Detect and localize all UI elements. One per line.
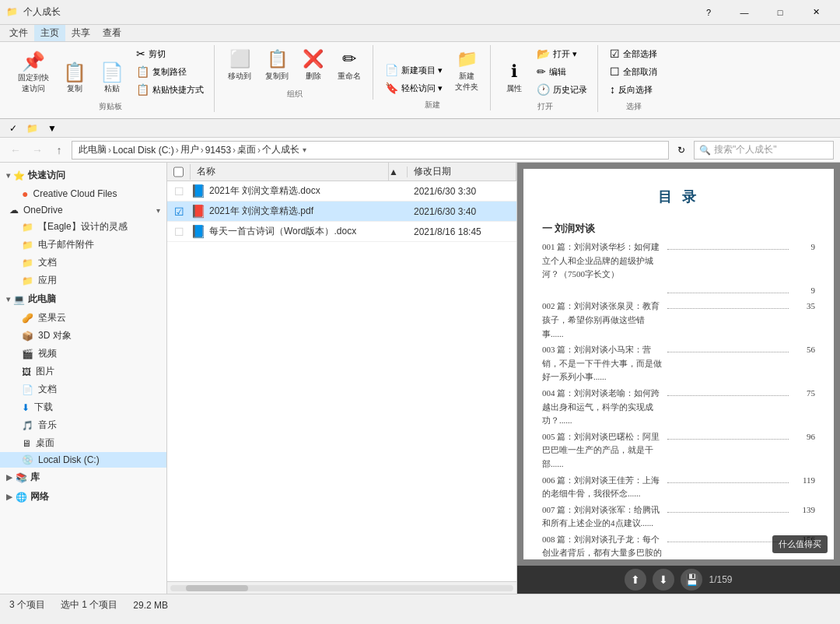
menu-file[interactable]: 文件 xyxy=(3,25,34,41)
horizontal-scrollbar[interactable] xyxy=(167,581,516,594)
sidebar-item-pictures[interactable]: 🖼 图片 xyxy=(0,363,166,380)
sidebar-item-local-disk[interactable]: 💿 Local Disk (C:) xyxy=(0,452,166,468)
deselect-all-button[interactable]: ☐ 全部取消 xyxy=(606,63,661,80)
this-pc-icon: 💻 xyxy=(13,294,25,305)
cut-button[interactable]: ✂ 剪切 xyxy=(132,45,208,62)
invert-select-label: 反向选择 xyxy=(618,84,653,96)
sidebar-item-creative-cloud[interactable]: ● Creative Cloud Files xyxy=(0,185,166,202)
new-small-buttons: 📄 新建项目 ▾ 🔖 轻松访问 ▾ xyxy=(381,61,446,96)
easy-access-button[interactable]: 🔖 轻松访问 ▾ xyxy=(381,79,446,96)
eagle-label: 【Eagle】设计的灵感 xyxy=(38,220,128,233)
help-button[interactable]: ? xyxy=(691,0,726,25)
qa-folder[interactable]: 📁 xyxy=(23,121,41,135)
quick-access-toolbar: ✓ 📁 ▼ xyxy=(0,119,840,138)
library-label: 库 xyxy=(30,471,40,484)
new-item-label: 新建项目 ▾ xyxy=(401,65,443,76)
sidebar-item-this-pc[interactable]: ▾ 💻 此电脑 xyxy=(0,289,166,309)
list-item: 001 篇：刘润对谈华杉：如何建立个人和企业品牌的超级护城河？（7500字长文）… xyxy=(542,240,815,282)
desktop-icon: 🖥 xyxy=(22,438,31,449)
main-content: ▾ ⭐ 快速访问 ● Creative Cloud Files ☁ OneDri… xyxy=(0,163,840,594)
select-all-icon: ☑ xyxy=(610,47,620,60)
menu-view[interactable]: 查看 xyxy=(96,25,128,41)
open-button[interactable]: 📂 打开 ▾ xyxy=(533,45,591,62)
new-folder-button[interactable]: 📁 新建文件夹 xyxy=(450,45,484,96)
sidebar-item-apps[interactable]: 📁 应用 xyxy=(0,272,166,289)
expand-arrow-quick-access: ▾ xyxy=(6,171,10,180)
pdf-content[interactable]: 目 录 一 刘润对谈 001 篇：刘润对谈华杉：如何建立个人和企业品牌的超级护城… xyxy=(523,169,834,559)
file-date-2: 2021/6/30 3:40 xyxy=(408,206,516,217)
copy-to-button[interactable]: 📋 复制到 xyxy=(260,45,294,86)
qa-dropdown[interactable]: ▼ xyxy=(44,121,60,135)
sidebar-item-network[interactable]: ▶ 🌐 网络 xyxy=(0,487,166,507)
edit-button[interactable]: ✏ 编辑 xyxy=(533,63,591,80)
file-checkbox-2[interactable]: ☑ xyxy=(167,205,191,218)
minimize-button[interactable]: — xyxy=(726,0,762,25)
local-disk-label: Local Disk (C:) xyxy=(38,454,100,465)
sidebar-item-3d[interactable]: 📦 3D 对象 xyxy=(0,327,166,345)
sidebar-item-video[interactable]: 🎬 视频 xyxy=(0,345,166,363)
sidebar-item-onedrive[interactable]: ☁ OneDrive ▾ xyxy=(0,202,166,218)
file-checkbox-1[interactable]: ☐ xyxy=(167,185,191,198)
table-row[interactable]: ☑ 📕 2021年 刘润文章精选.pdf 2021/6/30 3:40 xyxy=(167,202,516,222)
paste-button[interactable]: 📄 粘贴 xyxy=(95,59,129,98)
sidebar-item-downloads[interactable]: ⬇ 下载 xyxy=(0,398,166,416)
up-button[interactable]: ↑ xyxy=(50,141,68,160)
pdf-toolbar: ⬆ ⬇ 💾 1/159 xyxy=(517,566,840,594)
qa-checkmark[interactable]: ✓ xyxy=(6,121,20,135)
file-checkbox-3[interactable]: ☐ xyxy=(167,226,191,238)
sidebar-item-documents[interactable]: 📁 文档 xyxy=(0,254,166,272)
3d-label: 3D 对象 xyxy=(38,329,72,342)
col-header-date[interactable]: 修改日期 xyxy=(408,163,516,181)
sidebar-item-email-attachments[interactable]: 📁 电子邮件附件 xyxy=(0,236,166,254)
copy-path-button[interactable]: 📋 复制路径 xyxy=(132,63,208,80)
sidebar-item-docs[interactable]: 📄 文档 xyxy=(0,380,166,398)
close-button[interactable]: ✕ xyxy=(798,0,834,25)
select-all-button[interactable]: ☑ 全部选择 xyxy=(606,45,661,62)
maximize-button[interactable]: □ xyxy=(762,0,798,25)
sidebar-item-quick-access[interactable]: ▾ ⭐ 快速访问 xyxy=(0,166,166,185)
select-all-checkbox[interactable] xyxy=(173,167,184,177)
address-path[interactable]: 此电脑 › Local Disk (C:) › 用户 › 91453 › 桌面 … xyxy=(72,141,669,160)
library-icon: 📚 xyxy=(16,472,27,483)
table-row[interactable]: ☐ 📘 每天一首古诗词（Word版本）.docx 2021/8/16 18:45 xyxy=(167,222,516,242)
sidebar-item-library[interactable]: ▶ 📚 库 xyxy=(0,468,166,487)
pdf-scroll-down-button[interactable]: ⬇ xyxy=(653,569,674,591)
refresh-button[interactable]: ↻ xyxy=(672,141,691,160)
pdf-save-button[interactable]: 💾 xyxy=(681,569,702,591)
pin-button[interactable]: 📌 固定到快速访问 xyxy=(12,48,54,98)
desktop-label: 桌面 xyxy=(36,436,54,450)
delete-button[interactable]: ❌ 删除 xyxy=(297,45,329,86)
pdf-scroll-up-button[interactable]: ⬆ xyxy=(625,569,646,591)
file-icon-docx-1: 📘 xyxy=(191,184,206,198)
search-box[interactable]: 🔍 搜索"个人成长" xyxy=(694,141,834,160)
checkbox-unchecked-icon-2: ☐ xyxy=(174,226,184,238)
paste-shortcut-button[interactable]: 📋 粘贴快捷方式 xyxy=(132,81,208,98)
status-items-count: 3 个项目 xyxy=(9,598,45,612)
sidebar-item-eagle[interactable]: 📁 【Eagle】设计的灵感 xyxy=(0,218,166,236)
menu-home[interactable]: 主页 xyxy=(34,25,65,41)
music-label: 音乐 xyxy=(38,419,57,432)
paste-icon: 📄 xyxy=(100,63,124,82)
new-item-button[interactable]: 📄 新建项目 ▾ xyxy=(381,61,446,79)
move-to-button[interactable]: ⬜ 移动到 xyxy=(222,45,257,86)
sidebar-item-jianguo[interactable]: 🥜 坚果云 xyxy=(0,309,166,327)
col-header-checkbox[interactable] xyxy=(167,164,191,180)
file-name-2: 2021年 刘润文章精选.pdf xyxy=(209,205,408,218)
open-items: ℹ 属性 📂 打开 ▾ ✏ 编辑 🕐 历史记录 xyxy=(499,45,591,98)
rename-button[interactable]: ✏ 重命名 xyxy=(332,45,366,86)
sidebar-item-desktop[interactable]: 🖥 桌面 xyxy=(0,434,166,452)
ribbon-group-select: ☑ 全部选择 ☐ 全部取消 ↕ 反向选择 选择 xyxy=(600,45,667,112)
properties-button[interactable]: ℹ 属性 xyxy=(499,58,530,98)
col-sort-arrow[interactable]: ▲ xyxy=(389,167,408,177)
search-placeholder: 搜索"个人成长" xyxy=(714,143,777,156)
open-small-buttons: 📂 打开 ▾ ✏ 编辑 🕐 历史记录 xyxy=(533,45,591,98)
sidebar-item-music[interactable]: 🎵 音乐 xyxy=(0,416,166,434)
invert-select-button[interactable]: ↕ 反向选择 xyxy=(606,81,661,98)
copy-label: 复制 xyxy=(67,83,82,94)
list-item: 004 篇：刘润对谈老喻：如何跨越出身和运气，科学的实现成功？...... 75 xyxy=(542,387,815,428)
copy-button[interactable]: 📋 复制 xyxy=(58,59,92,98)
col-header-name[interactable]: 名称 xyxy=(191,163,389,181)
menu-share[interactable]: 共享 xyxy=(65,25,96,41)
history-button[interactable]: 🕐 历史记录 xyxy=(533,81,591,98)
table-row[interactable]: ☐ 📘 2021年 刘润文章精选.docx 2021/6/30 3:30 xyxy=(167,181,516,202)
